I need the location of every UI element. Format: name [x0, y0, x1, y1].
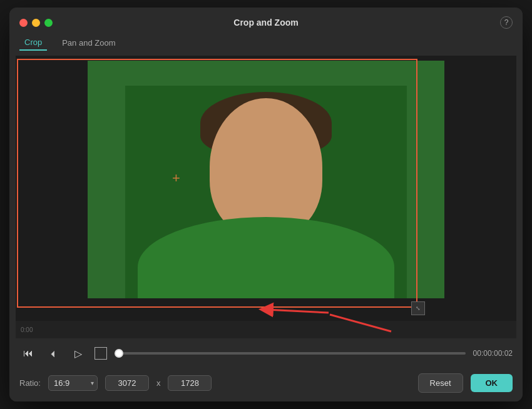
- skip-back-button[interactable]: ⏮: [19, 345, 37, 362]
- titlebar: Crop and Zoom ?: [9, 8, 523, 35]
- ratio-select[interactable]: 16:9 4:3 1:1 9:16 Custom: [48, 375, 98, 391]
- reset-button[interactable]: Reset: [418, 373, 463, 393]
- window-title: Crop and Zoom: [233, 18, 298, 28]
- timeline-strip: 0:00: [16, 321, 516, 338]
- progress-thumb[interactable]: [115, 349, 123, 358]
- timeline-numbers: 0:00: [21, 326, 511, 333]
- tabs-container: Crop Pan and Zoom: [9, 35, 523, 56]
- video-container[interactable]: ⤡ + 0:00: [16, 56, 516, 338]
- height-input[interactable]: [168, 375, 212, 391]
- ok-button[interactable]: OK: [471, 374, 513, 392]
- frame-back-button[interactable]: ⏴: [44, 345, 62, 362]
- person-head: [210, 98, 322, 236]
- square-button[interactable]: [95, 347, 107, 360]
- video-frame: ⤡ + 0:00: [16, 56, 516, 338]
- tab-crop[interactable]: Crop: [19, 35, 47, 51]
- dimension-separator: x: [156, 378, 161, 388]
- minimize-button[interactable]: [32, 19, 40, 27]
- controls-bar: ⏮ ⏴ ▷ 00:00:00:02: [9, 338, 523, 368]
- play-button[interactable]: ▷: [69, 345, 87, 362]
- settings-row: Ratio: 16:9 4:3 1:1 9:16 Custom ▾ x Rese…: [9, 368, 523, 401]
- crosshair-icon: +: [172, 171, 185, 184]
- close-button[interactable]: [19, 19, 28, 27]
- help-button[interactable]: ?: [500, 16, 513, 29]
- green-screen-area: [88, 61, 444, 298]
- maximize-button[interactable]: [44, 19, 53, 27]
- ratio-wrapper: 16:9 4:3 1:1 9:16 Custom ▾: [48, 375, 98, 391]
- crop-zoom-dialog: Crop and Zoom ? Crop Pan and Zoom: [9, 8, 523, 401]
- progress-track[interactable]: [115, 352, 466, 355]
- timecode-display: 00:00:00:02: [473, 349, 513, 358]
- ratio-label: Ratio:: [19, 378, 41, 388]
- width-input[interactable]: [105, 375, 149, 391]
- window-controls: [19, 19, 53, 27]
- tab-pan-zoom[interactable]: Pan and Zoom: [57, 36, 120, 50]
